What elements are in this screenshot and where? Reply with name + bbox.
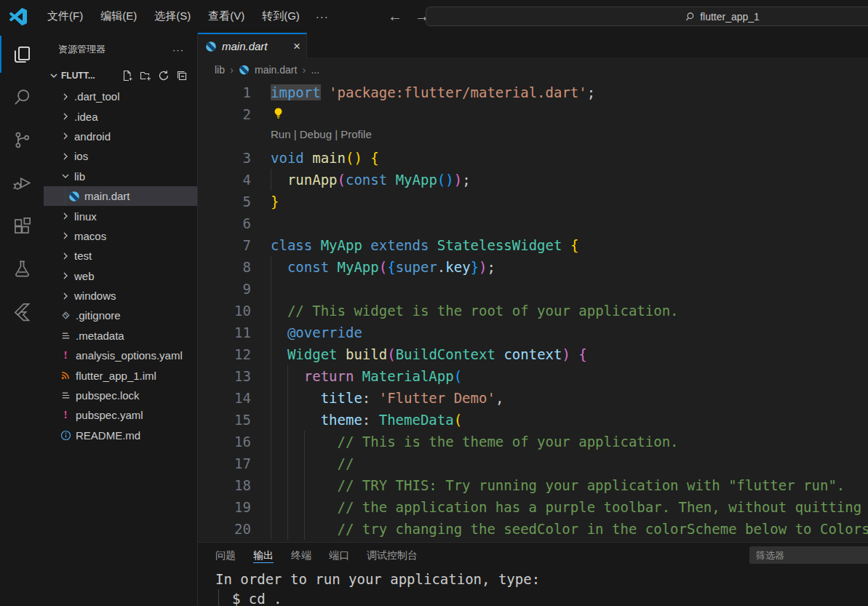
code-token: const [346,172,387,188]
code-token: extends [370,237,429,253]
tree-item-analysis_options.yaml[interactable]: !analysis_options.yaml [44,346,197,365]
new-file-icon[interactable] [122,70,133,81]
code-editor[interactable]: 1import 'package:flutter/material.dart';… [198,81,868,542]
code-token: // [338,455,354,471]
code-line-9: 9 [198,278,868,300]
menu-edit[interactable]: 编辑(E) [92,7,146,26]
menu-file[interactable]: 文件(F) [39,7,92,26]
tree-item-pubspec.yaml[interactable]: !pubspec.yaml [44,405,197,425]
collapse-all-icon[interactable] [176,70,188,81]
tree-item-readme.md[interactable]: README.md [44,426,197,445]
nav-back-button[interactable]: ← [388,8,402,25]
chevron-right-icon [60,230,71,242]
sidebar-more-button[interactable]: ··· [165,44,191,55]
activitybar-item-explorer[interactable] [0,33,44,76]
tab-main-dart[interactable]: main.dart × [198,33,307,58]
code-token [362,237,370,253]
activitybar-item-search[interactable] [0,76,44,119]
activitybar-item-source-control[interactable] [0,119,44,162]
tree-item-ios[interactable]: ios [44,146,197,166]
extensions-icon [12,216,32,236]
testing-icon [12,259,32,279]
line-number: 19 [198,496,271,518]
menu-overflow-button[interactable]: ··· [308,7,336,25]
code-token: BuildContext [396,346,495,362]
code-content: return MaterialApp( [271,365,868,387]
tree-item-windows[interactable]: windows [44,286,197,306]
refresh-icon[interactable] [158,70,170,81]
code-token: ; [587,84,595,100]
tree-item-label: android [74,130,111,143]
code-content: class MyApp extends StatelessWidget { [271,234,868,256]
tree-item-main.dart[interactable]: main.dart [44,186,197,206]
breadcrumb-item[interactable]: ... [311,64,319,76]
code-token: () [346,150,362,166]
code-content: // This widget is the root of your appli… [271,300,868,322]
chevron-right-icon [60,151,71,162]
tree-item-macos[interactable]: macos [44,226,197,246]
tree-item-pubspec.lock[interactable]: pubspec.lock [44,386,197,405]
code-token: ThemeData [379,412,454,428]
code-token [271,259,287,275]
code-token [495,346,503,362]
activitybar-item-flutter[interactable] [0,290,44,333]
tree-item-lib[interactable]: lib [44,167,197,186]
tree-item-.gitignore[interactable]: .gitignore [44,306,197,325]
workspace-section-header[interactable]: FLUTT... [44,66,197,85]
feed-icon [60,370,71,381]
code-token: // This widget is the root of your appli… [287,303,679,319]
menu-selection[interactable]: 选择(S) [146,7,199,26]
close-icon[interactable]: × [293,39,300,54]
panel-tab-output[interactable]: 输出 [244,543,282,568]
breadcrumb-item[interactable]: main.dart [255,64,297,76]
tree-item-.dart_tool[interactable]: .dart_tool [44,87,197,106]
activitybar-item-run-debug[interactable] [0,162,44,204]
code-token: // the application has a purple toolbar.… [338,499,862,515]
code-token: void [271,150,304,166]
menu-view[interactable]: 查看(V) [199,7,253,26]
code-content: // try changing the seedColor in the col… [271,518,868,540]
tree-item-android[interactable]: android [44,127,197,146]
tree-item-.metadata[interactable]: .metadata [44,326,197,346]
indent-guide [287,409,288,431]
panel-tab-problems[interactable]: 问题 [215,543,244,568]
tree-item-.idea[interactable]: .idea [44,106,197,126]
indent-guide [271,365,271,387]
panel-tab-terminal[interactable]: 终端 [282,543,320,568]
tree-item-label: .metadata [76,330,124,342]
code-content: } [271,191,868,212]
breadcrumb: lib›main.dart›... [198,58,868,81]
command-center-search[interactable]: flutter_app_1 [426,7,868,26]
chevron-down-icon [60,170,71,182]
chevron-right-icon [60,290,71,302]
line-number: 17 [198,452,271,474]
panel-tab-debug-console[interactable]: 调试控制台 [358,543,426,568]
indent-guide [218,589,219,606]
tree-item-linux[interactable]: linux [44,206,197,226]
output-line: In order to run your application, type: [215,570,868,589]
activitybar-item-extensions[interactable] [0,204,44,247]
dart-icon [239,64,250,75]
menu-goto[interactable]: 转到(G) [253,7,308,26]
tree-item-web[interactable]: web [44,266,197,286]
new-folder-icon[interactable] [140,70,151,81]
codelens-run[interactable]: Run [271,124,291,145]
tree-item-test[interactable]: test [44,246,197,266]
tree-item-label: analysis_options.yaml [76,349,183,362]
indent-guide [271,496,271,518]
codelens-debug[interactable]: Debug [300,124,332,145]
tree-item-flutter_app_1.iml[interactable]: flutter_app_1.iml [44,365,197,385]
output-filter-input[interactable] [749,546,868,564]
activitybar-item-testing[interactable] [0,247,44,290]
lightbulb-icon[interactable] [272,107,284,119]
breadcrumb-item[interactable]: lib [215,64,225,76]
vscode-logo-icon [9,8,27,25]
tree-item-label: web [74,270,95,282]
breadcrumb-separator-icon: › [302,63,306,76]
code-token [354,368,362,384]
panel-tab-ports[interactable]: 端口 [320,543,358,568]
code-content: void main() { [271,147,868,169]
code-token: () [437,172,454,188]
codelens-profile[interactable]: Profile [341,124,372,145]
line-number: 2 [198,103,271,125]
